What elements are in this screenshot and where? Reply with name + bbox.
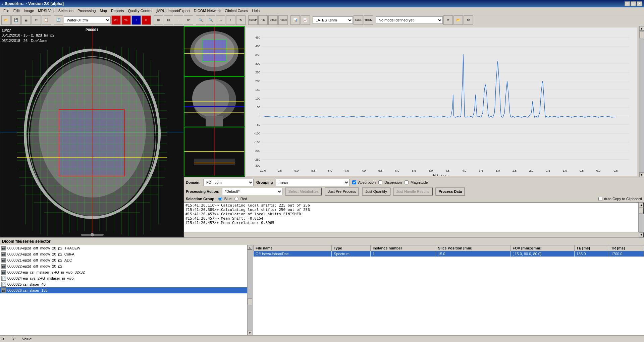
domain-dropdown[interactable]: FD - ppm	[203, 179, 254, 186]
svg-text:100: 100	[255, 97, 260, 100]
table-row-1[interactable]: C:\Users\Johan\Doc... Spectrum 1 15.0 [ …	[254, 251, 644, 257]
file-icon-22: 📷	[1, 264, 6, 269]
maximize-button[interactable]: □	[631, 1, 636, 6]
menu-dicom[interactable]: DICOM Network	[192, 8, 223, 13]
tb-snm-edit[interactable]: base-	[354, 15, 363, 25]
tb-zoom3[interactable]: ↔	[216, 15, 225, 25]
svg-text:8.0: 8.0	[328, 169, 332, 172]
close-button[interactable]: ✕	[637, 1, 642, 6]
tb-mode1[interactable]: TopSP	[248, 15, 258, 25]
menu-jmrui[interactable]: jMRUI Import/Export	[154, 8, 192, 13]
tb-snm-ref[interactable]: TRGN	[364, 15, 373, 25]
tb-mode2[interactable]: FID	[258, 15, 268, 25]
magnitude-checkbox[interactable]	[405, 180, 409, 184]
tb-zoom4[interactable]: ↕	[226, 15, 235, 25]
left-mri-view[interactable]: 18/27 05/12/2018 - 15 - t1_fl2d_tra_p2 0…	[0, 26, 184, 237]
tb-mode3[interactable]: Offset	[268, 15, 278, 25]
just-handle-results-button[interactable]: Just Handle Results	[393, 187, 433, 195]
tb-save-button[interactable]: 💾	[11, 15, 21, 25]
menu-reports[interactable]: Reports	[109, 8, 126, 13]
tb-extra1[interactable]: 📊	[290, 15, 300, 25]
svg-text:300: 300	[255, 62, 260, 65]
log-scroll-thumb[interactable]	[639, 207, 644, 214]
grouping-dropdown[interactable]: mean	[276, 179, 350, 186]
upper-panel: 18/27 05/12/2018 - 15 - t1_fl2d_tra_p2 0…	[0, 26, 644, 237]
log-scrollbar[interactable]: ▲ ▼	[639, 202, 644, 237]
tb-extra2[interactable]: 📈	[301, 15, 310, 25]
coronal-view[interactable]	[184, 127, 245, 177]
col-tr: TR [ms]	[609, 245, 644, 251]
file-item-22[interactable]: 📷 0000022-ep2d_diff_mddw_20_p2	[0, 263, 253, 269]
tb-nav3[interactable]: ⋯	[174, 15, 183, 25]
processing-action-dropdown[interactable]: *Default*	[222, 188, 282, 195]
file-tree-scroll-track[interactable]	[248, 250, 252, 331]
tb-btn5[interactable]: 📋	[42, 15, 51, 25]
tb-btn4[interactable]: ✂	[32, 15, 41, 25]
file-tree-scrollbar[interactable]: ▲ ▼	[247, 245, 253, 335]
tb-water2[interactable]: W-	[121, 15, 131, 25]
file-tree-scroll-up[interactable]: ▲	[248, 245, 252, 250]
scroll-track[interactable]	[639, 31, 644, 172]
tb-model-open[interactable]: 📂	[453, 15, 463, 25]
tb-water4[interactable]: R	[142, 15, 151, 25]
process-data-button[interactable]: Process Data	[435, 187, 466, 195]
snm-dropdown[interactable]: LATEST.snm	[313, 16, 353, 24]
file-item-20[interactable]: 📷 0000020-ep2d_diff_mddw_20_p2_ColFA	[0, 251, 253, 257]
just-preprocess-button[interactable]: Just Pre-Process	[325, 187, 360, 195]
file-tree-scroll-down[interactable]: ▼	[248, 331, 252, 335]
scroll-up-btn[interactable]: ▲	[639, 26, 644, 31]
tb-mode4[interactable]: Reset	[278, 15, 288, 25]
tb-nav1[interactable]: ⊞	[154, 15, 163, 25]
menu-processing[interactable]: Processing	[75, 8, 98, 13]
file-item-23[interactable]: 📷 0000023-eja_csi_mslaser_2HG_in_vivo_32…	[0, 269, 253, 275]
absorption-checkbox[interactable]	[352, 180, 356, 184]
menu-image[interactable]: Image	[22, 8, 36, 13]
tb-nav4[interactable]: ⟳	[184, 15, 193, 25]
file-name-22: 0000022-ep2d_diff_mddw_20_p2	[7, 264, 62, 268]
file-item-24[interactable]: 📄 0000024-eja_svs_2HG_mslaser_in_vivo	[0, 275, 253, 281]
blue-radio[interactable]	[218, 197, 222, 201]
menu-help[interactable]: Help	[250, 8, 262, 13]
menu-quality[interactable]: Quality Control	[126, 8, 154, 13]
spectrum-scrollbar[interactable]: ▲ ▼	[639, 26, 644, 177]
red-radio[interactable]	[234, 197, 238, 201]
file-item-21[interactable]: 📷 0000021-ep2d_diff_mddw_20_p2_ADC	[0, 257, 253, 263]
log-scroll-down[interactable]: ▼	[639, 232, 644, 237]
tb-open-button[interactable]: 📂	[1, 15, 11, 25]
log-scroll-track[interactable]	[639, 207, 644, 232]
menu-file[interactable]: File	[1, 8, 11, 13]
auto-copy-checkbox[interactable]	[598, 197, 602, 201]
file-item-19[interactable]: 📷 0000019-ep2d_diff_mddw_20_p2_TRACEW	[0, 245, 253, 251]
tb-zoom1[interactable]: 🔍	[196, 15, 205, 25]
model-dropdown[interactable]: No model defined yet!	[376, 16, 443, 24]
tb-nav2[interactable]: ⊠	[164, 15, 173, 25]
minimize-button[interactable]: −	[625, 1, 630, 6]
file-item-26[interactable]: 📷 0000026-csi_slaser_135	[0, 287, 253, 293]
tb-water1[interactable]: W+	[111, 15, 121, 25]
menu-map[interactable]: Map	[98, 8, 109, 13]
file-tree-scroll-thumb[interactable]	[248, 298, 252, 305]
menu-clinical[interactable]: Clinical Cases	[223, 8, 250, 13]
file-tree[interactable]: 📷 0000019-ep2d_diff_mddw_20_p2_TRACEW 📷 …	[0, 245, 253, 335]
tb-zoom5[interactable]: ⟲	[236, 15, 246, 25]
log-area[interactable]: #15:41:20.110>> Calculating local shifts…	[184, 202, 639, 232]
tb-water3[interactable]: ↑	[131, 15, 141, 25]
select-metabolites-button[interactable]: Select Metabolites	[285, 187, 322, 195]
tb-model-extra[interactable]: ⚙	[464, 15, 473, 25]
log-scroll-up[interactable]: ▲	[639, 203, 644, 207]
tb-refresh-icon[interactable]: 🔄	[54, 15, 63, 25]
tb-model-edit[interactable]: ✏	[443, 15, 453, 25]
just-quantify-button[interactable]: Just Quantify	[362, 187, 390, 195]
scroll-thumb[interactable]	[639, 32, 644, 38]
scroll-down-btn[interactable]: ▼	[639, 172, 644, 177]
file-item-25[interactable]: 📄 0000025-csi_slaser_40	[0, 281, 253, 287]
sagittal-view[interactable]	[184, 76, 245, 127]
axial-view[interactable]	[184, 26, 245, 76]
svg-text:-50: -50	[256, 123, 260, 126]
water-filter-dropdown[interactable]: Water-3T.tfm	[64, 16, 111, 24]
tb-zoom2[interactable]: 🔍	[206, 15, 215, 25]
menu-edit[interactable]: Edit	[11, 8, 22, 13]
menu-mrsi-voxel[interactable]: MRSI Voxel Selection	[36, 8, 75, 13]
tb-btn3[interactable]: 🖨	[21, 15, 31, 25]
dispersion-checkbox[interactable]	[378, 180, 382, 184]
